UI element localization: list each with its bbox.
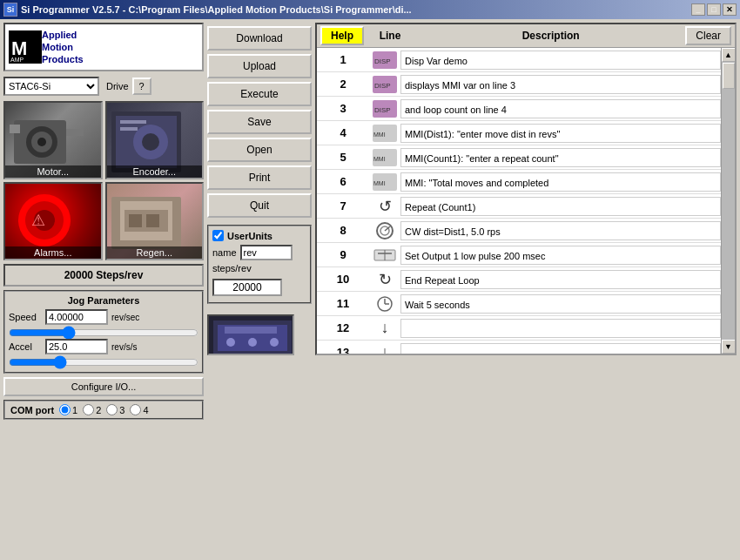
accel-input[interactable] xyxy=(45,339,108,354)
svg-text:DISP: DISP xyxy=(374,82,391,90)
uu-steps-input[interactable] xyxy=(212,279,282,296)
regen-cell[interactable]: Regen... xyxy=(105,182,205,260)
com-port-2[interactable]: 2 xyxy=(83,404,101,415)
title-bar: Si Si Programmer V2.5.7 - C:\Program Fil… xyxy=(0,0,740,19)
svg-rect-5 xyxy=(66,129,84,136)
quit-button[interactable]: Quit xyxy=(207,193,312,218)
com-port-panel: COM port 1 2 3 4 xyxy=(3,400,204,420)
com-port-4[interactable]: 4 xyxy=(130,404,148,415)
download-button[interactable]: Download xyxy=(207,26,312,51)
buttons-panel: Download Upload Execute Save Open Print … xyxy=(207,23,312,355)
speed-slider[interactable] xyxy=(9,329,198,336)
drive-label: Drive xyxy=(106,81,129,91)
line-header: Line xyxy=(364,30,416,42)
svg-point-8 xyxy=(37,138,46,146)
table-row: 12 ↓ xyxy=(317,316,721,341)
clear-button[interactable]: Clear xyxy=(685,26,731,45)
svg-point-32 xyxy=(226,338,235,347)
svg-rect-22 xyxy=(129,214,142,227)
svg-text:MMI: MMI xyxy=(373,156,386,162)
left-panel: M AMP Applied Motion Products STAC6-Si S… xyxy=(3,23,204,355)
table-row: 11 Wait 5 seconds xyxy=(317,292,721,316)
com-port-label: COM port xyxy=(10,405,54,415)
upload-button[interactable]: Upload xyxy=(207,54,312,78)
scroll-up-button[interactable]: ▲ xyxy=(722,48,736,62)
user-units-checkbox[interactable] xyxy=(212,230,224,241)
svg-rect-23 xyxy=(146,214,159,227)
com-port-options: 1 2 3 4 xyxy=(59,404,149,415)
encoder-label: Encoder... xyxy=(107,165,203,178)
help-button[interactable]: Help xyxy=(320,26,364,45)
svg-point-12 xyxy=(142,133,159,151)
output-icon-9 xyxy=(373,246,397,264)
svg-text:MMI: MMI xyxy=(373,180,386,186)
table-row: 3 DISP and loop count on line 4 xyxy=(317,97,721,121)
table-row: 5 MMI MMI(Count1): "enter a repeat count… xyxy=(317,145,721,170)
table-row: 7 ↺ Repeat (Count1) → xyxy=(317,194,721,219)
svg-text:MMI: MMI xyxy=(373,132,386,138)
svg-rect-31 xyxy=(225,327,277,334)
jog-params-panel: Jog Parameters Speed rev/sec Accel rev/s… xyxy=(3,290,204,374)
description-header: Description xyxy=(416,30,685,42)
mmi-icon-4: MMI xyxy=(373,125,397,142)
svg-point-34 xyxy=(270,338,279,347)
table-row: 1 DISP Disp Var demo xyxy=(317,48,721,72)
speed-unit: rev/sec xyxy=(111,313,139,322)
com-port-3[interactable]: 3 xyxy=(106,404,124,415)
main-window: M AMP Applied Motion Products STAC6-Si S… xyxy=(0,19,740,560)
motor-cell[interactable]: Motor... xyxy=(3,101,103,179)
mmi-icon-6: MMI xyxy=(373,173,397,191)
user-units-label: UserUnits xyxy=(227,231,272,241)
svg-text:⚠: ⚠ xyxy=(31,212,45,229)
alarms-cell[interactable]: ⚠ Alarms... xyxy=(3,182,103,260)
minimize-button[interactable]: _ xyxy=(691,3,705,16)
execute-button[interactable]: Execute xyxy=(207,82,312,106)
table-row: 9 Set Output 1 low pulse 200 msec xyxy=(317,243,721,267)
svg-text:AMP: AMP xyxy=(10,57,24,63)
logo-area: M AMP Applied Motion Products xyxy=(3,23,204,71)
table-row: 13 ↓ xyxy=(317,341,721,354)
accel-slider[interactable] xyxy=(9,359,198,366)
table-row: 2 DISP displays MMI var on line 3 xyxy=(317,72,721,97)
speed-label: Speed xyxy=(9,312,42,322)
speed-input[interactable] xyxy=(45,309,108,325)
close-button[interactable]: ✕ xyxy=(723,3,737,16)
uu-name-label: name xyxy=(212,247,237,258)
uu-name-input[interactable] xyxy=(240,245,293,260)
svg-text:DISP: DISP xyxy=(374,106,391,114)
scroll-thumb[interactable] xyxy=(723,63,735,89)
table-row: 8 CW dist=Dist1, 5.0 rps xyxy=(317,219,721,243)
maximize-button[interactable]: □ xyxy=(707,3,721,16)
table-row: 4 MMI MMI(Dist1): "enter move dist in re… xyxy=(317,121,721,145)
disp-icon-2: DISP xyxy=(373,76,397,93)
configure-io-button[interactable]: Configure I/O... xyxy=(3,377,204,396)
open-button[interactable]: Open xyxy=(207,138,312,162)
scroll-track xyxy=(722,62,736,340)
com-port-1[interactable]: 1 xyxy=(59,404,77,415)
user-units-panel: UserUnits name steps/rev xyxy=(207,225,312,304)
table-rows: 1 DISP Disp Var demo 2 xyxy=(317,48,721,354)
save-button[interactable]: Save xyxy=(207,110,312,134)
scrollbar[interactable]: ▲ ▼ xyxy=(721,48,735,354)
mmi-icon-5: MMI xyxy=(373,149,397,166)
accel-unit: rev/s/s xyxy=(111,342,137,352)
down-icon-12: ↓ xyxy=(381,319,389,337)
drive-help-button[interactable]: ? xyxy=(132,78,151,95)
disp-icon-3: DISP xyxy=(373,100,397,118)
cw-icon-8 xyxy=(373,222,397,240)
regen-label: Regen... xyxy=(107,246,203,259)
encoder-cell[interactable]: Encoder... xyxy=(105,101,205,179)
company-name: Applied Motion Products xyxy=(42,29,84,66)
svg-rect-4 xyxy=(10,125,20,133)
drive-image xyxy=(207,314,294,355)
wait-icon-11 xyxy=(373,295,397,313)
drive-selector[interactable]: STAC6-Si STAC5-Si SV7-Si xyxy=(3,77,99,96)
print-button[interactable]: Print xyxy=(207,165,312,190)
window-title: Si Programmer V2.5.7 - C:\Program Files\… xyxy=(21,4,412,15)
disp-icon-1: DISP xyxy=(373,51,397,69)
scroll-down-button[interactable]: ▼ xyxy=(722,340,736,354)
company-logo: M AMP xyxy=(9,30,42,64)
svg-rect-13 xyxy=(120,120,146,124)
svg-rect-14 xyxy=(120,127,138,131)
table-row: 10 ↻ End Repeat Loop xyxy=(317,267,721,292)
